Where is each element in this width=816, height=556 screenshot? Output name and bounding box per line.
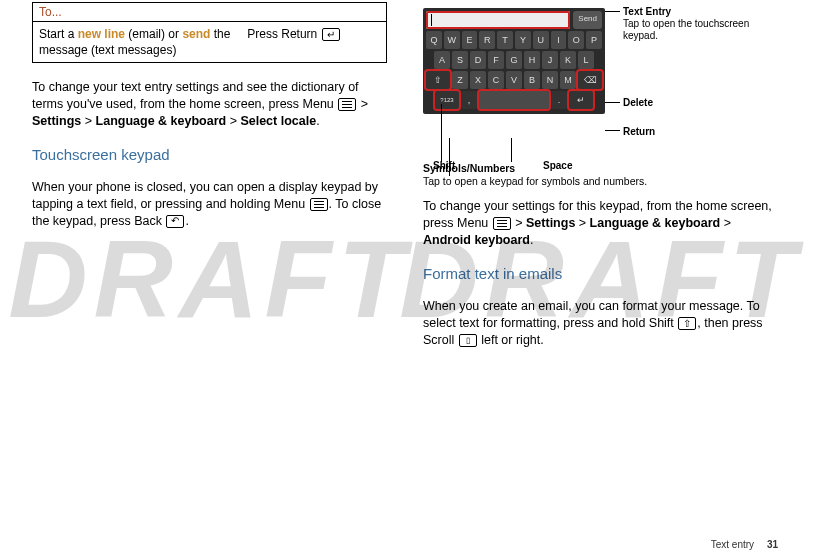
text: >: [226, 114, 240, 128]
key-a[interactable]: A: [434, 51, 450, 69]
footer: Text entry 31: [711, 539, 778, 550]
callout-title: Space: [543, 160, 572, 171]
keypad: Send Q W E R T Y U I O P A S D: [423, 8, 605, 114]
table-row: Start a new line (email) or send the mes…: [33, 22, 386, 62]
callout-space: Space: [543, 160, 572, 172]
key-delete[interactable]: ⌫: [578, 71, 602, 89]
callout-line: [441, 104, 442, 162]
key-s[interactable]: S: [452, 51, 468, 69]
key-r[interactable]: R: [479, 31, 495, 49]
key-o[interactable]: O: [568, 31, 584, 49]
bold-settings: Settings: [32, 114, 81, 128]
table-action-cell: Start a new line (email) or send the mes…: [33, 22, 241, 62]
shift-icon: [678, 317, 696, 330]
paragraph-keypad: When your phone is closed, you can open …: [32, 179, 387, 230]
menu-icon: [493, 217, 511, 230]
keypad-illustration: Text Entry Tap to open the touchscreen k…: [423, 8, 778, 188]
right-column: DRAFT Text Entry Tap to open the touchsc…: [423, 0, 778, 556]
keypad-text-input[interactable]: [426, 11, 570, 29]
key-e[interactable]: E: [462, 31, 478, 49]
bold-settings: Settings: [526, 216, 575, 230]
highlight-send: send: [182, 27, 210, 41]
paragraph-settings: To change your text entry settings and s…: [32, 79, 387, 130]
highlight-new-line: new line: [78, 27, 125, 41]
key-p[interactable]: P: [586, 31, 602, 49]
callout-return: Return: [623, 126, 655, 138]
callout-line: [605, 102, 620, 103]
callout-text: Tap to open the touchscreen keypad.: [623, 18, 749, 41]
key-c[interactable]: C: [488, 71, 504, 89]
callout-symbols-numbers: Symbols/Numbers Tap to open a keypad for…: [423, 122, 778, 188]
keypad-send-button[interactable]: Send: [573, 11, 602, 29]
callout-title: Shift: [433, 160, 455, 171]
back-icon: [166, 215, 184, 228]
key-u[interactable]: U: [533, 31, 549, 49]
bold-android-keyboard: Android keyboard: [423, 233, 530, 247]
draft-watermark-left: DRAFT: [8, 215, 411, 342]
table-result-cell: Press Return: [241, 22, 386, 62]
text: .: [530, 233, 533, 247]
key-symbols[interactable]: ?123: [435, 91, 459, 109]
text: >: [81, 114, 95, 128]
key-d[interactable]: D: [470, 51, 486, 69]
page-number: 31: [767, 539, 778, 550]
menu-icon: [338, 98, 356, 111]
key-y[interactable]: Y: [515, 31, 531, 49]
key-shift[interactable]: ⇧: [426, 71, 450, 89]
key-q[interactable]: Q: [426, 31, 442, 49]
callout-title: Delete: [623, 97, 653, 108]
key-b[interactable]: B: [524, 71, 540, 89]
keypad-row-2: A S D F G H J K L: [426, 51, 602, 69]
text: .: [185, 214, 188, 228]
key-n[interactable]: N: [542, 71, 558, 89]
key-z[interactable]: Z: [452, 71, 468, 89]
callout-delete: Delete: [623, 97, 653, 109]
footer-label: Text entry: [711, 539, 754, 550]
keypad-row-1: Q W E R T Y U I O P: [426, 31, 602, 49]
key-h[interactable]: H: [524, 51, 540, 69]
keypad-top-row: Send: [426, 11, 602, 29]
text: left or right.: [478, 333, 544, 347]
left-column: DRAFT To... Start a new line (email) or …: [32, 0, 387, 556]
text: >: [575, 216, 589, 230]
page: DRAFT To... Start a new line (email) or …: [0, 0, 816, 556]
key-return[interactable]: ↵: [569, 91, 593, 109]
menu-icon: [310, 198, 328, 211]
scroll-icon: [459, 334, 477, 347]
callout-line: [511, 138, 512, 162]
key-t[interactable]: T: [497, 31, 513, 49]
callout-text-entry: Text Entry Tap to open the touchscreen k…: [623, 6, 773, 42]
key-k[interactable]: K: [560, 51, 576, 69]
text: .: [316, 114, 319, 128]
bold-language-keyboard: Language & keyboard: [590, 216, 721, 230]
text: Start a: [39, 27, 78, 41]
bold-language-keyboard: Language & keyboard: [96, 114, 227, 128]
callout-shift: Shift: [433, 160, 455, 172]
keypad-row-3: ⇧ Z X C V B N M ⌫: [426, 71, 602, 89]
key-l[interactable]: L: [578, 51, 594, 69]
callout-title: Return: [623, 126, 655, 137]
key-i[interactable]: I: [551, 31, 567, 49]
paragraph-keypad-settings: To change your settings for this keypad,…: [423, 198, 778, 249]
key-f[interactable]: F: [488, 51, 504, 69]
return-icon: [322, 28, 340, 41]
callout-title: Symbols/Numbers: [423, 162, 778, 175]
key-g[interactable]: G: [506, 51, 522, 69]
key-v[interactable]: V: [506, 71, 522, 89]
section-format-text: Format text in emails: [423, 265, 778, 282]
instruction-table: To... Start a new line (email) or send t…: [32, 2, 387, 63]
key-j[interactable]: J: [542, 51, 558, 69]
key-comma[interactable]: ,: [461, 91, 477, 109]
key-x[interactable]: X: [470, 71, 486, 89]
key-space[interactable]: [479, 91, 549, 109]
keypad-row-4: ?123 , . ↵: [426, 91, 602, 109]
key-period[interactable]: .: [551, 91, 567, 109]
text: >: [512, 216, 526, 230]
text: >: [720, 216, 731, 230]
key-w[interactable]: W: [444, 31, 460, 49]
key-m[interactable]: M: [560, 71, 576, 89]
paragraph-format: When you create an email, you can format…: [423, 298, 778, 349]
text: To change your text entry settings and s…: [32, 80, 359, 111]
text: (email) or: [125, 27, 182, 41]
section-touchscreen-keypad: Touchscreen keypad: [32, 146, 387, 163]
